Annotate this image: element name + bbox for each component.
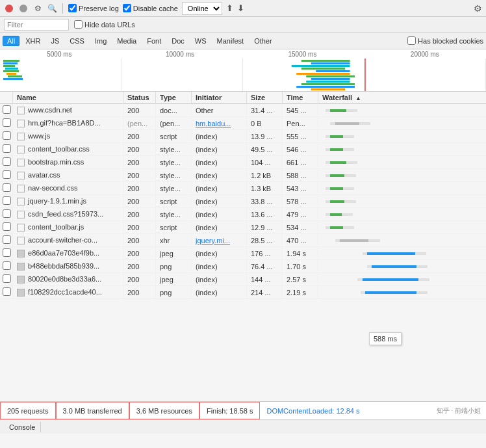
tab-css[interactable]: CSS: [65, 36, 89, 46]
filter-icon[interactable]: ⚙: [32, 3, 43, 14]
console-tab[interactable]: Console: [4, 422, 41, 432]
preserve-log-checkbox[interactable]: [68, 4, 77, 12]
row-checkbox[interactable]: [3, 157, 11, 166]
row-size: 104 ...: [247, 156, 283, 169]
th-time[interactable]: Time: [283, 92, 318, 104]
table-row[interactable]: nav-second.css 200 style... (index) 1.3 …: [0, 182, 486, 195]
filter-input[interactable]: [4, 19, 69, 31]
blocked-checkbox[interactable]: [407, 36, 416, 45]
row-size: 1.3 kB: [247, 182, 283, 195]
row-checkbox[interactable]: [3, 235, 11, 244]
clear-button[interactable]: [18, 3, 29, 14]
blocked-label[interactable]: Has blocked cookies: [407, 36, 483, 45]
tab-ws[interactable]: WS: [190, 36, 211, 46]
th-status[interactable]: Status: [123, 92, 156, 104]
row-initiator: (index): [192, 182, 247, 195]
row-checkbox-cell: [0, 247, 13, 260]
row-type: script: [156, 130, 192, 143]
row-time: 545 ...: [283, 104, 318, 117]
disable-cache-label[interactable]: Disable cache: [123, 4, 178, 12]
row-checkbox[interactable]: [3, 209, 11, 218]
table-row[interactable]: 80020e0d8be3d33a6... 200 jpeg (index) 14…: [0, 273, 486, 286]
row-checkbox[interactable]: [3, 131, 11, 140]
row-name[interactable]: e86d0aa7e703e4f9b...: [13, 247, 123, 260]
row-name[interactable]: nav-second.css: [13, 182, 123, 195]
tab-other[interactable]: Other: [249, 36, 277, 46]
table-row[interactable]: content_toolbar.css 200 style... (index)…: [0, 143, 486, 156]
export-button[interactable]: ⬇: [237, 3, 244, 13]
throttle-select[interactable]: Online: [182, 2, 222, 15]
row-checkbox[interactable]: [3, 261, 11, 270]
row-initiator: (index): [192, 247, 247, 260]
table-row[interactable]: www.js 200 script (index) 13.9 ... 555 .…: [0, 130, 486, 143]
row-name[interactable]: 80020e0d8be3d33a6...: [13, 273, 123, 286]
tab-media[interactable]: Media: [112, 36, 141, 46]
row-name[interactable]: www.csdn.net: [13, 104, 123, 117]
th-size[interactable]: Size: [247, 92, 283, 104]
record-button[interactable]: [4, 3, 14, 14]
row-checkbox[interactable]: [3, 222, 11, 231]
row-time: 661 ...: [283, 156, 318, 169]
table-row[interactable]: avatar.css 200 style... (index) 1.2 kB 5…: [0, 169, 486, 182]
row-checkbox[interactable]: [3, 118, 11, 127]
row-name[interactable]: jquery-1.9.1.min.js: [13, 195, 123, 208]
table-row[interactable]: f108292dcc1cacde40... 200 png (index) 21…: [0, 286, 486, 299]
row-checkbox[interactable]: [3, 248, 11, 257]
tab-xhr[interactable]: XHR: [21, 36, 45, 46]
tab-img[interactable]: Img: [90, 36, 111, 46]
row-status: 200: [123, 156, 156, 169]
hide-data-checkbox[interactable]: [74, 20, 83, 29]
tab-manifest[interactable]: Manifest: [212, 36, 249, 46]
row-checkbox[interactable]: [3, 274, 11, 283]
tab-doc[interactable]: Doc: [167, 36, 189, 46]
row-checkbox-cell: [0, 156, 13, 169]
th-initiator[interactable]: Initiator: [192, 92, 247, 104]
row-time: 588 ...: [283, 169, 318, 182]
settings-icon[interactable]: ⚙: [474, 3, 482, 14]
row-checkbox[interactable]: [3, 183, 11, 192]
row-checkbox[interactable]: [3, 196, 11, 205]
table-row[interactable]: account-switcher-co... 200 xhr jquery.mi…: [0, 234, 486, 247]
requests-table-container[interactable]: Name Status Type Initiator Size Time Wat…: [0, 92, 486, 401]
search-icon[interactable]: 🔍: [47, 3, 57, 14]
row-name[interactable]: csdn_feed.css?15973...: [13, 208, 123, 221]
row-initiator[interactable]: hm.baidu...: [192, 117, 247, 130]
row-checkbox[interactable]: [3, 105, 11, 114]
import-button[interactable]: ⬆: [226, 3, 233, 13]
disable-cache-checkbox[interactable]: [123, 4, 131, 12]
row-name[interactable]: www.js: [13, 130, 123, 143]
row-name[interactable]: account-switcher-co...: [13, 234, 123, 247]
table-row[interactable]: e86d0aa7e703e4f9b... 200 jpeg (index) 17…: [0, 247, 486, 260]
row-name[interactable]: content_toolbar.js: [13, 221, 123, 234]
table-row[interactable]: hm.gif?hca=BB1A8D... (pen... (pen... hm.…: [0, 117, 486, 130]
table-row[interactable]: content_toolbar.js 200 script (index) 12…: [0, 221, 486, 234]
hide-data-label[interactable]: Hide data URLs: [74, 20, 135, 29]
table-row[interactable]: csdn_feed.css?15973... 200 style... (ind…: [0, 208, 486, 221]
tab-font[interactable]: Font: [142, 36, 166, 46]
th-type[interactable]: Type: [156, 92, 192, 104]
svg-rect-11: [301, 68, 345, 70]
row-name[interactable]: hm.gif?hca=BB1A8D...: [13, 117, 123, 130]
row-checkbox[interactable]: [3, 144, 11, 153]
row-initiator[interactable]: jquery.mi...: [192, 234, 247, 247]
tab-js[interactable]: JS: [46, 36, 64, 46]
row-name[interactable]: content_toolbar.css: [13, 143, 123, 156]
row-name[interactable]: b488ebbdaf585b939...: [13, 260, 123, 273]
row-waterfall: [318, 169, 487, 182]
th-waterfall[interactable]: Waterfall ▲: [318, 92, 487, 104]
transferred-size: 3.0 MB transferred: [56, 402, 129, 419]
preserve-log-label[interactable]: Preserve log: [68, 4, 119, 12]
svg-rect-19: [311, 88, 345, 90]
row-name[interactable]: avatar.css: [13, 169, 123, 182]
table-row[interactable]: bootstrap.min.css 200 style... (index) 1…: [0, 156, 486, 169]
row-checkbox[interactable]: [3, 170, 11, 179]
tab-all[interactable]: All: [3, 36, 19, 46]
th-name[interactable]: Name: [13, 92, 123, 104]
table-row[interactable]: b488ebbdaf585b939... 200 png (index) 76.…: [0, 260, 486, 273]
row-size: 49.5 ...: [247, 143, 283, 156]
row-name[interactable]: f108292dcc1cacde40...: [13, 286, 123, 299]
row-checkbox[interactable]: [3, 287, 11, 296]
table-row[interactable]: jquery-1.9.1.min.js 200 script (index) 3…: [0, 195, 486, 208]
row-name[interactable]: bootstrap.min.css: [13, 156, 123, 169]
table-row[interactable]: www.csdn.net 200 doc... Other 31.4 ... 5…: [0, 104, 486, 117]
